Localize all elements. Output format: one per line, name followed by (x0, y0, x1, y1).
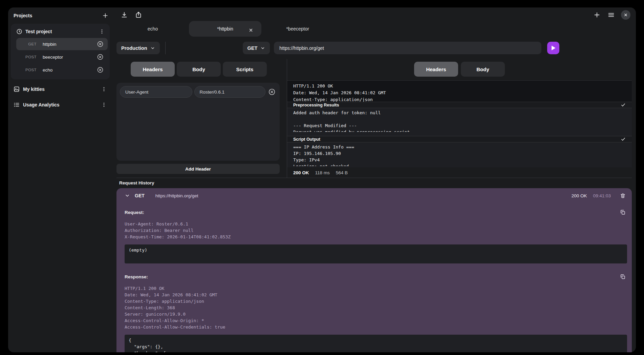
chevron-down-icon (260, 46, 265, 51)
history-url: https://httpbin.org/get (155, 193, 198, 198)
request-name: echo (43, 67, 96, 73)
status-code: 200 OK (293, 170, 309, 175)
history-status: 200 OK (572, 193, 587, 198)
delete-header-button[interactable] (267, 87, 276, 96)
sidebar-item-label: Usage Analytics (23, 102, 96, 107)
sidebar-item-my-kitties[interactable]: My kitties (11, 83, 110, 95)
close-tab-button[interactable] (246, 26, 255, 35)
tab-echo[interactable]: echo (116, 26, 189, 32)
collection-menu-button[interactable] (100, 100, 108, 109)
history-request-label: Request: (125, 210, 144, 215)
delete-request-button[interactable] (96, 40, 105, 48)
history-entry-header[interactable]: GET https://httpbin.org/get 200 OK 09:41… (125, 188, 627, 203)
section-title: Preprocessing Results (293, 103, 339, 107)
tab-httpbin-active[interactable]: *httpbin (189, 21, 261, 37)
sidebar-request-beeceptor[interactable]: POST beeceptor (16, 51, 108, 63)
hamburger-icon (607, 11, 615, 19)
upload-icon (135, 11, 142, 19)
main-area: echo *httpbin *beeceptor Production (114, 7, 636, 352)
history-time: 09:41:03 (593, 193, 611, 198)
tab-request-body[interactable]: Body (177, 62, 221, 77)
chevron-down-icon (125, 193, 130, 198)
tab-label: *httpbin (217, 26, 233, 32)
url-input[interactable] (274, 42, 541, 54)
add-header-button[interactable]: Add Header (116, 164, 280, 174)
sidebar-item-usage-analytics[interactable]: Usage Analytics (11, 99, 110, 111)
new-project-button[interactable] (101, 11, 110, 20)
response-pane: Headers Body HTTP/1.1 200 OK Date: Wed, … (287, 59, 632, 178)
tab-beeceptor[interactable]: *beeceptor (261, 26, 334, 32)
sidebar-item-label: My kitties (23, 86, 96, 92)
request-name: httpbin (43, 42, 96, 47)
method-dropdown[interactable]: GET (243, 42, 270, 54)
history-method: GET (135, 193, 145, 198)
sidebar: Projects Test project GET (8, 7, 114, 352)
script-output-header[interactable]: Script Output (287, 136, 632, 142)
menu-button[interactable] (607, 11, 616, 19)
header-name-input[interactable] (120, 86, 192, 98)
project-group-test-project: Test project GET httpbin POST bee (11, 24, 110, 79)
circle-x-icon (97, 41, 104, 47)
sidebar-request-httpbin[interactable]: GET httpbin (16, 38, 108, 50)
check-icon (621, 102, 626, 107)
circle-x-icon (268, 88, 276, 96)
kebab-menu-icon (99, 29, 105, 34)
import-button[interactable] (120, 11, 129, 19)
chevron-down-icon (150, 46, 155, 51)
download-icon (121, 11, 128, 19)
history-request-body: (empty) (125, 244, 627, 263)
request-name: beeceptor (43, 55, 96, 60)
window-close-button[interactable] (621, 10, 630, 20)
tab-response-body[interactable]: Body (461, 62, 505, 77)
request-bar: Production GET (116, 42, 632, 54)
collection-menu-button[interactable] (100, 85, 108, 94)
circle-x-icon (97, 54, 104, 60)
export-button[interactable] (134, 11, 143, 19)
new-tab-button[interactable] (593, 11, 601, 19)
delete-history-button[interactable] (618, 191, 627, 200)
delete-request-button[interactable] (96, 53, 105, 61)
toolbar (116, 10, 632, 20)
copy-request-button[interactable] (618, 208, 627, 217)
app-window: Projects Test project GET (8, 7, 636, 352)
play-icon (551, 45, 556, 51)
history-request-headers: User-Agent: Roster/0.6.1 Authorization: … (125, 221, 627, 240)
project-name: Test project (25, 29, 94, 34)
delete-request-button[interactable] (96, 65, 105, 74)
tab-response-headers[interactable]: Headers (414, 62, 458, 77)
environment-dropdown[interactable]: Production (116, 42, 160, 54)
environment-label: Production (121, 45, 147, 51)
request-method-badge: GET (20, 42, 37, 46)
response-headers-view: HTTP/1.1 200 OK Date: Wed, 14 Jan 2026 0… (287, 80, 632, 102)
history-response-body: { "args": {}, "headers": { (125, 335, 627, 352)
circle-x-icon (97, 66, 104, 73)
tab-request-scripts[interactable]: Scripts (223, 62, 267, 77)
request-method-badge: POST (20, 55, 37, 59)
request-history-title: Request History (116, 178, 632, 188)
tab-request-headers[interactable]: Headers (131, 62, 175, 77)
copy-response-button[interactable] (618, 272, 627, 281)
tab-strip: echo *httpbin *beeceptor (116, 21, 632, 37)
plus-icon (593, 11, 601, 19)
sidebar-request-echo[interactable]: POST echo (16, 64, 108, 76)
preprocessing-results-output: Added auth header for token: null --- Re… (287, 108, 632, 136)
close-icon (624, 13, 628, 17)
project-menu-button[interactable] (98, 27, 106, 36)
list-icon (14, 102, 20, 108)
divider (165, 42, 166, 54)
kebab-menu-icon (101, 86, 107, 92)
close-icon (249, 28, 253, 33)
copy-icon (620, 274, 626, 280)
script-output-view: === IP Address Info === IP: 195.146.105.… (287, 142, 632, 167)
plus-icon (102, 12, 109, 19)
clock-icon (16, 28, 22, 35)
check-icon (621, 137, 626, 142)
response-status-bar: 200 OK 118 ms 564 B (287, 167, 632, 178)
preprocessing-results-header[interactable]: Preprocessing Results (287, 102, 632, 108)
send-request-button[interactable] (547, 42, 559, 54)
history-entry: GET https://httpbin.org/get 200 OK 09:41… (116, 188, 632, 352)
history-response-headers: HTTP/1.1 200 OK Date: Wed, 14 Jan 2026 0… (125, 285, 627, 330)
history-response-label: Response: (125, 274, 148, 279)
method-label: GET (248, 45, 258, 51)
header-value-input[interactable] (194, 86, 266, 98)
